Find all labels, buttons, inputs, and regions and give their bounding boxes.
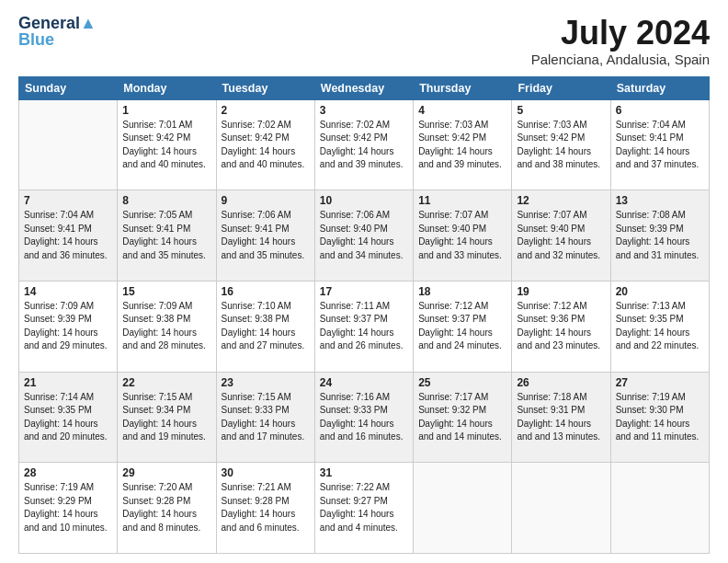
calendar-cell: 4Sunrise: 7:03 AMSunset: 9:42 PMDaylight… [414, 99, 512, 190]
calendar-cell [19, 99, 118, 190]
logo-blue: Blue [18, 31, 54, 48]
calendar-cell: 24Sunrise: 7:16 AMSunset: 9:33 PMDayligh… [314, 372, 413, 463]
day-number: 23 [222, 376, 310, 389]
day-info: Sunrise: 7:12 AMSunset: 9:36 PMDaylight:… [517, 300, 605, 353]
day-info: Sunrise: 7:02 AMSunset: 9:42 PMDaylight:… [320, 119, 408, 172]
calendar-cell: 2Sunrise: 7:02 AMSunset: 9:42 PMDaylight… [216, 99, 314, 190]
calendar-cell: 25Sunrise: 7:17 AMSunset: 9:32 PMDayligh… [414, 372, 512, 463]
day-number: 17 [320, 285, 408, 298]
calendar-cell: 5Sunrise: 7:03 AMSunset: 9:42 PMDaylight… [512, 99, 610, 190]
title-block: July 2024 Palenciana, Andalusia, Spain [531, 15, 710, 67]
day-number: 20 [616, 285, 704, 298]
weekday-header-sunday: Sunday [19, 76, 118, 99]
calendar-cell: 10Sunrise: 7:06 AMSunset: 9:40 PMDayligh… [314, 190, 413, 282]
day-number: 2 [222, 104, 310, 117]
day-number: 4 [418, 104, 506, 117]
weekday-header-monday: Monday [118, 76, 216, 99]
location-subtitle: Palenciana, Andalusia, Spain [531, 52, 710, 67]
calendar-cell: 6Sunrise: 7:04 AMSunset: 9:41 PMDaylight… [610, 99, 709, 190]
calendar-cell: 13Sunrise: 7:08 AMSunset: 9:39 PMDayligh… [610, 190, 709, 282]
day-info: Sunrise: 7:22 AMSunset: 9:27 PMDaylight:… [320, 481, 408, 534]
calendar-cell: 9Sunrise: 7:06 AMSunset: 9:41 PMDaylight… [216, 190, 314, 282]
day-number: 8 [122, 194, 210, 207]
calendar-cell: 12Sunrise: 7:07 AMSunset: 9:40 PMDayligh… [512, 190, 610, 282]
day-info: Sunrise: 7:15 AMSunset: 9:34 PMDaylight:… [122, 391, 210, 444]
weekday-header-wednesday: Wednesday [314, 76, 413, 99]
day-info: Sunrise: 7:03 AMSunset: 9:42 PMDaylight:… [418, 119, 506, 172]
day-number: 5 [517, 104, 605, 117]
day-info: Sunrise: 7:18 AMSunset: 9:31 PMDaylight:… [517, 391, 605, 444]
day-info: Sunrise: 7:16 AMSunset: 9:33 PMDaylight:… [320, 391, 408, 444]
day-info: Sunrise: 7:02 AMSunset: 9:42 PMDaylight:… [222, 119, 310, 172]
calendar-cell: 19Sunrise: 7:12 AMSunset: 9:36 PMDayligh… [512, 281, 610, 372]
day-info: Sunrise: 7:03 AMSunset: 9:42 PMDaylight:… [517, 119, 605, 172]
day-info: Sunrise: 7:06 AMSunset: 9:41 PMDaylight:… [222, 209, 310, 262]
day-info: Sunrise: 7:21 AMSunset: 9:28 PMDaylight:… [222, 481, 310, 534]
day-info: Sunrise: 7:04 AMSunset: 9:41 PMDaylight:… [24, 209, 112, 262]
day-number: 29 [122, 466, 210, 479]
day-info: Sunrise: 7:09 AMSunset: 9:38 PMDaylight:… [122, 300, 210, 353]
calendar-cell: 8Sunrise: 7:05 AMSunset: 9:41 PMDaylight… [118, 190, 216, 282]
day-info: Sunrise: 7:11 AMSunset: 9:37 PMDaylight:… [320, 300, 408, 353]
calendar-cell: 7Sunrise: 7:04 AMSunset: 9:41 PMDaylight… [19, 190, 118, 282]
calendar-cell: 30Sunrise: 7:21 AMSunset: 9:28 PMDayligh… [216, 463, 314, 554]
day-number: 18 [418, 285, 506, 298]
day-number: 15 [122, 285, 210, 298]
calendar-cell: 28Sunrise: 7:19 AMSunset: 9:29 PMDayligh… [19, 463, 118, 554]
day-number: 28 [24, 466, 112, 479]
day-info: Sunrise: 7:06 AMSunset: 9:40 PMDaylight:… [320, 209, 408, 262]
calendar-cell: 31Sunrise: 7:22 AMSunset: 9:27 PMDayligh… [314, 463, 413, 554]
calendar-table: SundayMondayTuesdayWednesdayThursdayFrid… [18, 76, 710, 554]
day-number: 26 [517, 376, 605, 389]
calendar-cell: 16Sunrise: 7:10 AMSunset: 9:38 PMDayligh… [216, 281, 314, 372]
day-number: 22 [122, 376, 210, 389]
day-info: Sunrise: 7:15 AMSunset: 9:33 PMDaylight:… [222, 391, 310, 444]
day-info: Sunrise: 7:04 AMSunset: 9:41 PMDaylight:… [616, 119, 704, 172]
month-year-title: July 2024 [531, 15, 710, 52]
day-info: Sunrise: 7:20 AMSunset: 9:28 PMDaylight:… [122, 481, 210, 534]
day-info: Sunrise: 7:01 AMSunset: 9:42 PMDaylight:… [122, 119, 210, 172]
calendar-cell: 27Sunrise: 7:19 AMSunset: 9:30 PMDayligh… [610, 372, 709, 463]
calendar-cell [414, 463, 512, 554]
day-info: Sunrise: 7:07 AMSunset: 9:40 PMDaylight:… [517, 209, 605, 262]
day-number: 21 [24, 376, 112, 389]
logo: General▲ Blue [18, 15, 97, 48]
calendar-cell: 22Sunrise: 7:15 AMSunset: 9:34 PMDayligh… [118, 372, 216, 463]
weekday-header-thursday: Thursday [414, 76, 512, 99]
day-number: 24 [320, 376, 408, 389]
day-number: 25 [418, 376, 506, 389]
day-info: Sunrise: 7:12 AMSunset: 9:37 PMDaylight:… [418, 300, 506, 353]
calendar-cell: 21Sunrise: 7:14 AMSunset: 9:35 PMDayligh… [19, 372, 118, 463]
day-number: 9 [222, 194, 310, 207]
day-number: 16 [222, 285, 310, 298]
day-info: Sunrise: 7:10 AMSunset: 9:38 PMDaylight:… [222, 300, 310, 353]
calendar-cell: 11Sunrise: 7:07 AMSunset: 9:40 PMDayligh… [414, 190, 512, 282]
calendar-cell [512, 463, 610, 554]
day-number: 13 [616, 194, 704, 207]
day-number: 30 [222, 466, 310, 479]
calendar-cell: 14Sunrise: 7:09 AMSunset: 9:39 PMDayligh… [19, 281, 118, 372]
day-number: 1 [122, 104, 210, 117]
calendar-cell: 3Sunrise: 7:02 AMSunset: 9:42 PMDaylight… [314, 99, 413, 190]
day-number: 6 [616, 104, 704, 117]
day-number: 3 [320, 104, 408, 117]
day-number: 12 [517, 194, 605, 207]
calendar-cell: 23Sunrise: 7:15 AMSunset: 9:33 PMDayligh… [216, 372, 314, 463]
calendar-cell: 26Sunrise: 7:18 AMSunset: 9:31 PMDayligh… [512, 372, 610, 463]
day-info: Sunrise: 7:17 AMSunset: 9:32 PMDaylight:… [418, 391, 506, 444]
calendar-cell: 1Sunrise: 7:01 AMSunset: 9:42 PMDaylight… [118, 99, 216, 190]
weekday-header-tuesday: Tuesday [216, 76, 314, 99]
day-info: Sunrise: 7:19 AMSunset: 9:30 PMDaylight:… [616, 391, 704, 444]
day-info: Sunrise: 7:13 AMSunset: 9:35 PMDaylight:… [616, 300, 704, 353]
weekday-header-saturday: Saturday [610, 76, 709, 99]
day-info: Sunrise: 7:07 AMSunset: 9:40 PMDaylight:… [418, 209, 506, 262]
calendar-cell: 18Sunrise: 7:12 AMSunset: 9:37 PMDayligh… [414, 281, 512, 372]
day-info: Sunrise: 7:19 AMSunset: 9:29 PMDaylight:… [24, 481, 112, 534]
day-number: 11 [418, 194, 506, 207]
calendar-cell: 15Sunrise: 7:09 AMSunset: 9:38 PMDayligh… [118, 281, 216, 372]
day-info: Sunrise: 7:05 AMSunset: 9:41 PMDaylight:… [122, 209, 210, 262]
day-number: 7 [24, 194, 112, 207]
calendar-cell: 17Sunrise: 7:11 AMSunset: 9:37 PMDayligh… [314, 281, 413, 372]
calendar-cell [610, 463, 709, 554]
day-info: Sunrise: 7:14 AMSunset: 9:35 PMDaylight:… [24, 391, 112, 444]
